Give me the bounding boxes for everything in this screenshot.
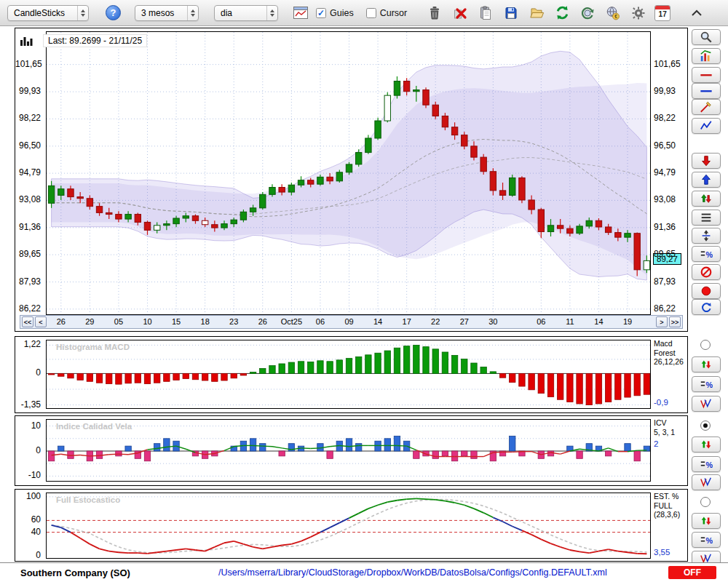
date-tick: 06 xyxy=(316,317,325,326)
trash-button[interactable] xyxy=(425,4,444,23)
scroll-prev-button[interactable]: < xyxy=(35,316,47,327)
zigzag-draw-button[interactable] xyxy=(692,118,721,134)
reload-config-button[interactable] xyxy=(578,4,597,23)
last-price-label: Last: 89.2699 - 21/11/25 xyxy=(43,34,147,47)
macd-arrows-button[interactable] xyxy=(692,356,721,372)
paste-button[interactable] xyxy=(476,4,495,23)
axis-label: 91,36 xyxy=(654,222,687,232)
date-tick: 23 xyxy=(229,317,238,326)
date-tick: 26 xyxy=(57,317,66,326)
date-tick: 05 xyxy=(114,317,123,326)
arrows-updown-marker-button[interactable] xyxy=(692,191,721,207)
curves-icon xyxy=(700,397,713,410)
date-tick: 18 xyxy=(201,317,210,326)
vertical-arrows-icon xyxy=(700,229,713,242)
vertical-scale-button[interactable] xyxy=(692,228,721,244)
red-line-tool-button[interactable] xyxy=(692,67,721,83)
data-feed-status-badge[interactable]: OFF xyxy=(668,566,716,579)
macd-histogram-chart[interactable] xyxy=(46,340,651,409)
refresh-data-button[interactable] xyxy=(553,4,571,23)
web-data-button[interactable]: € xyxy=(604,4,622,23)
globe-euro-icon: € xyxy=(606,6,620,20)
macd-percent-button[interactable]: % xyxy=(692,376,721,392)
refresh-chart-button[interactable] xyxy=(692,299,721,315)
calendar-button[interactable]: 17 xyxy=(654,5,670,21)
record-button[interactable] xyxy=(692,283,721,299)
list-icon xyxy=(700,211,713,224)
stochastic-arrows-button[interactable] xyxy=(692,513,721,529)
axis-label: 93,08 xyxy=(654,194,687,204)
blue-line-tool-button[interactable] xyxy=(692,83,721,99)
green-red-arrows-icon xyxy=(700,192,713,205)
chart-style-button[interactable] xyxy=(692,48,721,64)
axis-label: 98,22 xyxy=(15,113,43,123)
stochastic-percent-button[interactable]: % xyxy=(692,532,721,548)
arrow-down-marker-button[interactable] xyxy=(692,153,721,169)
date-tick: 30 xyxy=(488,317,497,326)
collapse-toolbar-button[interactable] xyxy=(689,5,705,21)
cursor-toggle[interactable]: Cursor xyxy=(366,8,408,18)
red-line-icon xyxy=(700,68,713,81)
red-circle-icon xyxy=(700,284,713,298)
check-icon: ✓ xyxy=(317,9,325,17)
axis-label: 87,93 xyxy=(654,276,687,287)
axis-label: 101,65 xyxy=(15,59,43,69)
chart-type-value: CandleSticks xyxy=(14,8,65,18)
scroll-next-button[interactable]: > xyxy=(656,316,668,327)
folder-icon xyxy=(529,6,545,20)
disable-drawings-button[interactable] xyxy=(692,264,721,280)
axis-label: 101,65 xyxy=(654,59,687,69)
icv-radio[interactable] xyxy=(700,420,711,431)
axis-label: 86,22 xyxy=(654,303,687,314)
date-tick: 15 xyxy=(172,317,181,326)
chart-type-select[interactable]: CandleSticks xyxy=(7,5,89,21)
axis-label: 0 xyxy=(15,367,43,378)
chart-info-row: Last: 89.2699 - 21/11/25 xyxy=(20,34,147,47)
date-tick: 22 xyxy=(431,317,440,326)
sync-icon xyxy=(580,6,595,20)
stochastic-radio[interactable] xyxy=(700,497,711,507)
icv-value: 2 xyxy=(654,439,658,448)
period-select[interactable]: 3 mesos xyxy=(135,5,199,21)
percent-scale-button[interactable]: % xyxy=(692,246,721,262)
trendline-draw-button[interactable] xyxy=(692,99,721,115)
green-red-arrows-icon xyxy=(700,514,713,527)
macd-params: Macd Forest 26,12,26 xyxy=(654,339,684,367)
axis-label: 40 xyxy=(15,527,43,537)
cursor-label: Cursor xyxy=(380,8,408,18)
x-axis-bar: << < > >> 2629051015182326Oct25060914172… xyxy=(20,315,683,329)
dropdown-stepper-icon xyxy=(266,6,277,20)
icv-bar-chart[interactable] xyxy=(46,419,651,482)
macd-style-button[interactable] xyxy=(692,396,721,412)
delete-drawings-button[interactable] xyxy=(451,4,470,23)
scroll-last-button[interactable]: >> xyxy=(669,316,681,327)
stochastic-line-chart[interactable] xyxy=(46,493,651,559)
settings-button[interactable] xyxy=(629,4,648,23)
date-tick: 19 xyxy=(623,317,632,326)
guies-toggle[interactable]: ✓ Guies xyxy=(316,8,354,18)
save-button[interactable] xyxy=(502,4,521,23)
indicator-list-button[interactable] xyxy=(692,210,721,226)
chart-style-icon xyxy=(700,49,713,63)
guies-label: Guies xyxy=(330,8,354,18)
icv-style-button[interactable] xyxy=(692,474,721,490)
open-file-button[interactable] xyxy=(527,4,546,23)
date-tick: 26 xyxy=(258,317,267,326)
curves-icon xyxy=(700,476,713,489)
scroll-first-button[interactable]: << xyxy=(22,316,33,327)
percent-scale-icon: % xyxy=(700,378,713,391)
candlestick-chart[interactable] xyxy=(46,31,651,315)
icv-percent-button[interactable]: % xyxy=(692,456,721,472)
mini-chart-toggle-button[interactable] xyxy=(292,4,309,23)
stochastic-value: 3,55 xyxy=(654,548,670,557)
arrow-up-marker-button[interactable] xyxy=(692,172,721,188)
mini-chart-icon xyxy=(293,7,308,19)
refresh-icon xyxy=(555,5,570,20)
macd-radio[interactable] xyxy=(700,340,711,350)
help-icon[interactable]: ? xyxy=(106,5,121,20)
icv-arrows-button[interactable] xyxy=(692,436,721,453)
checkbox-unchecked xyxy=(366,8,376,18)
zoom-tool-button[interactable] xyxy=(692,29,721,45)
date-tick: 29 xyxy=(85,317,94,326)
interval-select[interactable]: dia xyxy=(214,5,278,21)
